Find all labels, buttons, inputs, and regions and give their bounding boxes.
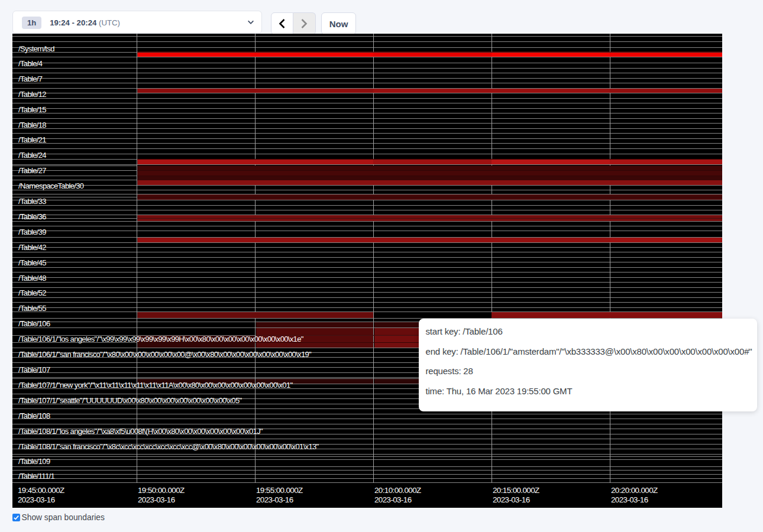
svg-text:19:55:00.000Z: 19:55:00.000Z (256, 486, 303, 495)
svg-text:/Table/109: /Table/109 (18, 457, 50, 466)
svg-text:/Table/7: /Table/7 (18, 74, 43, 83)
svg-text:2023-03-16: 2023-03-16 (138, 495, 175, 504)
svg-text:/Table/15: /Table/15 (18, 105, 46, 114)
svg-text:20:15:00.000Z: 20:15:00.000Z (493, 486, 539, 495)
svg-text:/Table/33: /Table/33 (18, 197, 46, 206)
svg-text:2023-03-16: 2023-03-16 (18, 495, 55, 504)
svg-text:2023-03-16: 2023-03-16 (493, 495, 530, 504)
svg-text:/Table/12: /Table/12 (18, 90, 46, 99)
svg-text:/Table/106/1/"los angeles"/"\x: /Table/106/1/"los angeles"/"\x99\x99\x99… (18, 335, 304, 343)
svg-text:/Table/36: /Table/36 (18, 212, 46, 221)
svg-text:/Table/45: /Table/45 (18, 258, 46, 267)
svg-text:/Table/21: /Table/21 (18, 135, 46, 144)
svg-text:/Table/27: /Table/27 (18, 166, 46, 175)
svg-text:/Table/42: /Table/42 (18, 243, 46, 252)
svg-text:/Table/108/1/"los angeles"/"\x: /Table/108/1/"los angeles"/"\xa8\xf5\u00… (18, 427, 263, 436)
svg-text:20:10:00.000Z: 20:10:00.000Z (374, 486, 421, 495)
svg-text:19:45:00.000Z: 19:45:00.000Z (18, 486, 64, 495)
svg-text:2023-03-16: 2023-03-16 (374, 495, 412, 504)
svg-text:/Table/106: /Table/106 (18, 319, 50, 328)
svg-text:/Table/107/1/"new york"/"\x11\: /Table/107/1/"new york"/"\x11\x11\x11\x1… (18, 381, 293, 390)
svg-text:/Table/108: /Table/108 (18, 411, 50, 420)
svg-text:/Table/48: /Table/48 (18, 274, 46, 283)
svg-text:2023-03-16: 2023-03-16 (611, 495, 648, 504)
svg-text:/Table/108/1/"san francisco"/": /Table/108/1/"san francisco"/"\x8c\xcc\x… (18, 442, 319, 451)
svg-text:/NamespaceTable/30: /NamespaceTable/30 (18, 181, 84, 190)
svg-text:/Table/52: /Table/52 (18, 288, 46, 297)
svg-text:/Table/4: /Table/4 (18, 59, 43, 68)
svg-text:/Table/39: /Table/39 (18, 228, 46, 236)
svg-text:19:50:00.000Z: 19:50:00.000Z (138, 486, 185, 495)
svg-text:/Table/107: /Table/107 (18, 365, 50, 374)
svg-text:/Table/18: /Table/18 (18, 121, 46, 129)
svg-text:/System/tsd: /System/tsd (18, 44, 54, 53)
svg-text:/Table/111/1: /Table/111/1 (18, 472, 55, 481)
svg-text:/Table/106/1/"san francisco"/": /Table/106/1/"san francisco"/"\x80\x00\x… (18, 350, 312, 359)
svg-text:/Table/24: /Table/24 (18, 151, 46, 160)
svg-text:20:20:00.000Z: 20:20:00.000Z (611, 486, 658, 495)
svg-text:/Table/55: /Table/55 (18, 304, 46, 313)
svg-text:2023-03-16: 2023-03-16 (256, 495, 293, 504)
svg-text:/Table/107/1/"seattle"/"UUUUUU: /Table/107/1/"seattle"/"UUUUUUD\x00\x80\… (18, 396, 243, 405)
